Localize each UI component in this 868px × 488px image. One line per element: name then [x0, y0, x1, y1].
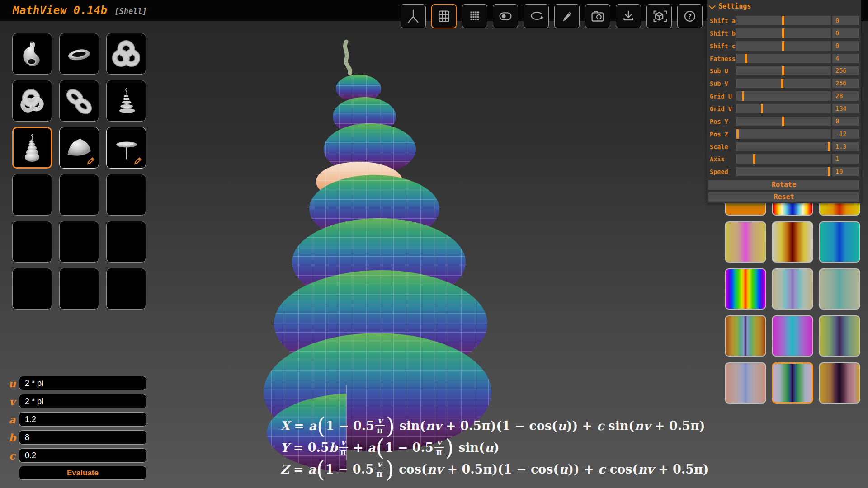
colormap-olive-purple-teal[interactable]	[819, 315, 860, 357]
settings-header[interactable]: Settings	[710, 2, 751, 10]
spiral-shell-icon	[15, 131, 49, 164]
colormap-khaki-magenta[interactable]	[725, 221, 766, 263]
gallery-item-spiral-thin[interactable]	[106, 80, 146, 122]
axis-slider[interactable]	[736, 154, 831, 164]
colormap-rainbow-stripes[interactable]	[725, 268, 766, 310]
formula-token: nv	[638, 462, 654, 476]
slider-handle[interactable]	[745, 54, 747, 63]
param-input-a[interactable]	[19, 412, 146, 427]
setting-value[interactable]: 1	[832, 154, 859, 164]
slider-handle[interactable]	[782, 28, 784, 38]
gallery-item-empty[interactable]	[106, 221, 146, 263]
param-input-u[interactable]	[19, 376, 146, 390]
pencil-icon	[557, 7, 576, 26]
scale-slider[interactable]	[736, 142, 831, 151]
speed-slider[interactable]	[736, 167, 831, 176]
param-input-b[interactable]	[19, 430, 146, 445]
colormap-rose-blue-pastel[interactable]	[725, 362, 766, 404]
slider-handle[interactable]	[782, 117, 784, 126]
gallery-item-klein-bottle[interactable]	[12, 33, 52, 75]
toolbar-help-button[interactable]: ?	[677, 4, 703, 28]
gallery-item-trefoil-knot[interactable]	[106, 33, 146, 75]
grid-v-slider[interactable]	[736, 104, 831, 113]
setting-value[interactable]: 256	[832, 79, 859, 88]
gallery-item-spiral-shell[interactable]	[12, 127, 52, 169]
reset-button[interactable]: Reset	[708, 192, 859, 202]
shift-c-slider[interactable]	[736, 41, 831, 51]
rotate-button[interactable]: Rotate	[708, 180, 859, 190]
slider-handle[interactable]	[782, 41, 784, 51]
setting-value[interactable]: 0	[832, 16, 859, 25]
gallery-item-empty[interactable]	[12, 174, 52, 216]
toolbar-toggle-button[interactable]	[493, 4, 518, 28]
setting-value[interactable]: 0	[832, 28, 859, 38]
setting-value[interactable]: 10	[832, 167, 859, 176]
setting-label: Pos Z	[710, 131, 728, 138]
setting-value[interactable]: 134	[832, 104, 859, 113]
setting-value[interactable]: 1.3	[832, 142, 859, 151]
colormap-sage-teal[interactable]	[819, 268, 860, 310]
param-input-v[interactable]	[19, 394, 146, 408]
gallery-item-torus-knot[interactable]	[12, 80, 52, 122]
shift-a-slider[interactable]	[736, 16, 831, 25]
slider-handle[interactable]	[753, 154, 755, 164]
setting-value[interactable]: 4	[832, 54, 859, 63]
colormap-teal-blue[interactable]	[819, 221, 860, 263]
sub-u-slider[interactable]	[736, 66, 831, 75]
gallery-item-empty[interactable]	[59, 221, 99, 263]
gallery-item-empty[interactable]	[12, 221, 52, 263]
slider-handle[interactable]	[761, 104, 763, 113]
gallery-item-funnel[interactable]	[106, 127, 146, 169]
toolbar-grid-dense-button[interactable]	[462, 4, 487, 28]
setting-value[interactable]: 28	[832, 91, 859, 101]
colormap-lavender-green-dark[interactable]	[772, 362, 813, 404]
setting-value[interactable]: 256	[832, 66, 859, 75]
setting-value[interactable]: 0	[832, 41, 859, 51]
toolbar-orbit-button[interactable]	[524, 4, 549, 28]
colormap-gold-dark-rose[interactable]	[819, 362, 860, 404]
setting-value[interactable]: -12	[832, 129, 859, 139]
gallery-item-figure-eight-knot[interactable]	[59, 80, 99, 122]
setting-label: Axis	[710, 155, 725, 163]
formula-line: Z = a(1 − 0.5vπ) cos(nv + 0.5π)(1 − cos(…	[280, 458, 709, 480]
slider-handle[interactable]	[782, 66, 784, 75]
fatness-slider[interactable]	[736, 54, 831, 63]
slider-handle[interactable]	[828, 167, 830, 176]
pos-z-slider[interactable]	[736, 129, 831, 139]
setting-row-scale: Scale1.3	[707, 142, 861, 151]
shift-b-slider[interactable]	[736, 28, 831, 38]
gallery-item-empty[interactable]	[59, 268, 99, 310]
svg-text:?: ?	[688, 13, 692, 20]
evaluate-button[interactable]: Evaluate	[19, 466, 146, 480]
slider-handle[interactable]	[828, 142, 830, 151]
toolbar-pencil-button[interactable]	[554, 4, 580, 28]
slider-handle[interactable]	[782, 16, 784, 25]
gallery-item-mobius-strip[interactable]	[59, 33, 99, 75]
pos-y-slider[interactable]	[736, 117, 831, 126]
toolbar-axes-button[interactable]	[401, 4, 426, 28]
setting-value[interactable]: 0	[832, 117, 859, 126]
sub-v-slider[interactable]	[736, 79, 831, 88]
toolbar-download-button[interactable]	[616, 4, 641, 28]
gallery-item-empty[interactable]	[59, 174, 99, 216]
toolbar-camera-button[interactable]	[585, 4, 610, 28]
formula-token: )	[494, 441, 500, 455]
slider-handle[interactable]	[736, 129, 739, 139]
colormap-gold-darkred[interactable]	[772, 221, 813, 263]
gallery-item-empty[interactable]	[106, 174, 146, 216]
grid-u-slider[interactable]	[736, 91, 831, 101]
gallery-item-empty[interactable]	[106, 268, 146, 310]
formula-token: + 0.5π)	[651, 419, 705, 433]
colormap-tan-cyan-purple[interactable]	[772, 268, 813, 310]
colormap-magenta-cyan[interactable]	[772, 315, 813, 357]
viewport-3d[interactable]	[217, 23, 533, 483]
slider-handle[interactable]	[742, 91, 744, 101]
gallery-item-dome-shell[interactable]	[59, 127, 99, 169]
slider-handle[interactable]	[781, 79, 783, 88]
gallery-item-empty[interactable]	[12, 268, 52, 310]
colormap-rust-rainbow[interactable]	[725, 315, 766, 357]
toolbar-cube-scan-button[interactable]	[646, 4, 672, 28]
formula-token: 1 − 0.5	[326, 419, 374, 433]
param-input-c[interactable]	[19, 448, 146, 463]
toolbar-grid-button[interactable]	[431, 4, 457, 28]
